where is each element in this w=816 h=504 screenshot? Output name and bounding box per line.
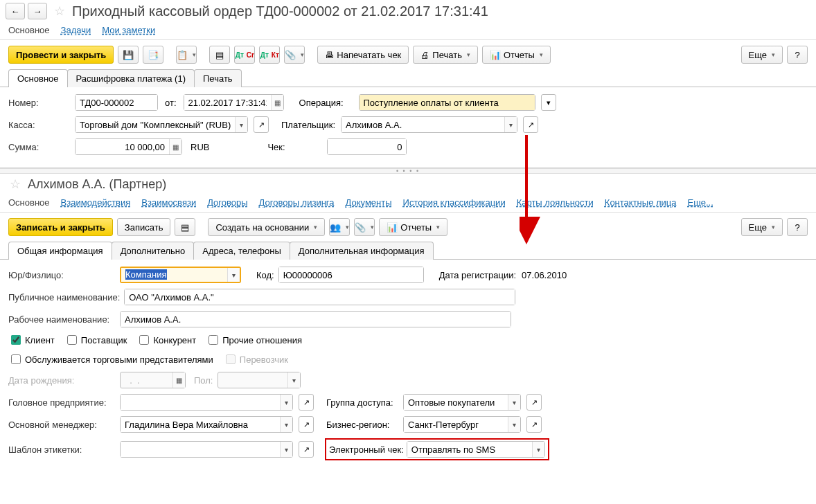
headorg-input[interactable]	[121, 395, 280, 410]
echeck-input[interactable]	[407, 442, 532, 457]
bnav-documents[interactable]: Документы	[346, 197, 392, 208]
manager-label: Основной менеджер:	[8, 420, 116, 430]
nav-notes[interactable]: Мои заметки	[102, 25, 155, 35]
cash-open[interactable]: ↗	[254, 116, 269, 133]
template-label: Шаблон этикетки:	[8, 444, 116, 455]
calculator-icon[interactable]: ▦	[169, 139, 181, 154]
gender-label: Пол:	[194, 375, 213, 386]
attach-button-2[interactable]: 📎	[354, 218, 375, 236]
nav-forward-button[interactable]: →	[28, 3, 47, 19]
payer-input[interactable]	[342, 117, 504, 132]
group-input[interactable]	[404, 395, 508, 410]
template-input[interactable]	[121, 442, 280, 457]
birthday-input	[121, 372, 172, 388]
manager-input[interactable]	[121, 417, 280, 432]
bnav-interactions[interactable]: Взаимодействия	[61, 197, 131, 208]
post-and-close-button[interactable]: Провести и закрыть	[8, 46, 114, 64]
region-input[interactable]	[404, 417, 508, 432]
bnav-history[interactable]: История классификации	[403, 197, 506, 208]
bnav-loyalty[interactable]: Карты лояльности	[517, 197, 594, 208]
list-button[interactable]: ▤	[209, 46, 230, 64]
create-based-button[interactable]: Создать на основании	[208, 218, 325, 236]
date-input[interactable]	[184, 95, 271, 110]
cb-competitor[interactable]: Конкурент	[136, 333, 196, 347]
payer-open[interactable]: ↗	[523, 116, 538, 133]
reports-button[interactable]: 📊 Отчеты	[482, 46, 551, 64]
headorg-open[interactable]: ↗	[299, 394, 314, 411]
cb-supplier[interactable]: Поставщик	[64, 333, 127, 347]
print-check-button[interactable]: 🖶 Напечатать чек	[317, 46, 409, 64]
headorg-label: Головное предприятие:	[8, 397, 116, 408]
pubname-input[interactable]	[125, 289, 515, 305]
btab-general[interactable]: Общая информация	[8, 242, 112, 260]
cash-dropdown[interactable]: ▾	[235, 117, 247, 132]
write-close-button[interactable]: Записать и закрыть	[8, 218, 113, 236]
bnav-contacts[interactable]: Контактные лица	[605, 197, 677, 208]
region-dropdown[interactable]: ▾	[508, 417, 520, 432]
bnav-relations[interactable]: Взаимосвязи	[141, 197, 196, 208]
more-button[interactable]: Еще	[741, 46, 783, 64]
sum-input[interactable]	[76, 139, 169, 154]
print-button[interactable]: 🖨 Печать	[413, 46, 478, 64]
save-button[interactable]: 💾	[118, 46, 139, 64]
favorite-star-icon-2[interactable]: ☆	[10, 177, 21, 192]
currency-label: RUB	[190, 142, 209, 152]
help-button[interactable]: ?	[787, 46, 808, 64]
attach-button[interactable]: 📎	[284, 46, 305, 64]
cb-other[interactable]: Прочие отношения	[206, 333, 302, 347]
cb-served[interactable]: Обслуживается торговыми представителями	[8, 352, 213, 366]
more-button-2[interactable]: Еще	[741, 218, 783, 236]
region-open[interactable]: ↗	[526, 416, 542, 433]
birthday-cal-icon: ▦	[172, 372, 185, 388]
manager-open[interactable]: ↗	[299, 416, 314, 433]
template-dropdown[interactable]: ▾	[280, 442, 292, 457]
cash-input[interactable]	[76, 117, 235, 132]
btab-extra[interactable]: Дополнительная информация	[290, 242, 434, 260]
bnav-main[interactable]: Основное	[8, 197, 50, 208]
manager-dropdown[interactable]: ▾	[280, 417, 292, 432]
workname-input[interactable]	[121, 312, 511, 327]
cb-client[interactable]: Клиент	[8, 333, 55, 347]
copy-button[interactable]: 📋	[176, 46, 197, 64]
type-dropdown[interactable]: ▾	[227, 268, 240, 282]
group-label: Группа доступа:	[326, 397, 399, 408]
echeck-dropdown[interactable]: ▾	[532, 442, 544, 457]
tab-main[interactable]: Основное	[8, 69, 68, 87]
btab-additional[interactable]: Дополнительно	[112, 242, 195, 260]
nav-tasks[interactable]: Задачи	[61, 25, 91, 35]
users-button[interactable]: 👥	[329, 218, 350, 236]
regdate-label: Дата регистрации:	[439, 270, 516, 280]
post-button[interactable]: 📑	[143, 46, 163, 64]
operation-input[interactable]	[360, 95, 535, 110]
template-open[interactable]: ↗	[299, 441, 314, 458]
tab-print[interactable]: Печать	[194, 69, 242, 87]
check-input[interactable]	[328, 139, 406, 154]
favorite-star-icon[interactable]: ☆	[54, 3, 65, 19]
headorg-dropdown[interactable]: ▾	[280, 395, 292, 410]
write-button[interactable]: Записать	[117, 218, 171, 236]
bnav-leasing[interactable]: Договоры лизинга	[259, 197, 335, 208]
reports-button-2[interactable]: 📊 Отчеты	[379, 218, 447, 236]
number-input[interactable]	[76, 95, 157, 110]
gender-dropdown: ▾	[287, 372, 300, 388]
dtcr-button[interactable]: ДтCr	[234, 46, 255, 64]
file-button[interactable]: ▤	[175, 218, 195, 236]
help-button-2[interactable]: ?	[787, 218, 808, 236]
operation-dropdown[interactable]: ▾	[541, 94, 556, 111]
group-dropdown[interactable]: ▾	[508, 395, 520, 410]
nav-main[interactable]: Основное	[8, 25, 50, 35]
type-input[interactable]: Компания	[121, 268, 227, 282]
code-input[interactable]	[279, 267, 423, 282]
sum-label: Сумма:	[8, 142, 71, 152]
dtkt-button[interactable]: ДтКт	[259, 46, 280, 64]
birthday-label: Дата рождения:	[8, 375, 116, 386]
btab-addresses[interactable]: Адреса, телефоны	[193, 242, 290, 260]
splitter[interactable]: • • • •	[0, 168, 816, 174]
nav-back-button[interactable]: ←	[6, 3, 25, 19]
bnav-contracts[interactable]: Договоры	[207, 197, 247, 208]
tab-decipher[interactable]: Расшифровка платежа (1)	[67, 69, 195, 87]
group-open[interactable]: ↗	[526, 394, 542, 411]
bnav-more[interactable]: Еще...	[688, 197, 713, 208]
calendar-icon[interactable]: ▦	[271, 95, 283, 110]
payer-dropdown[interactable]: ▾	[504, 117, 517, 132]
